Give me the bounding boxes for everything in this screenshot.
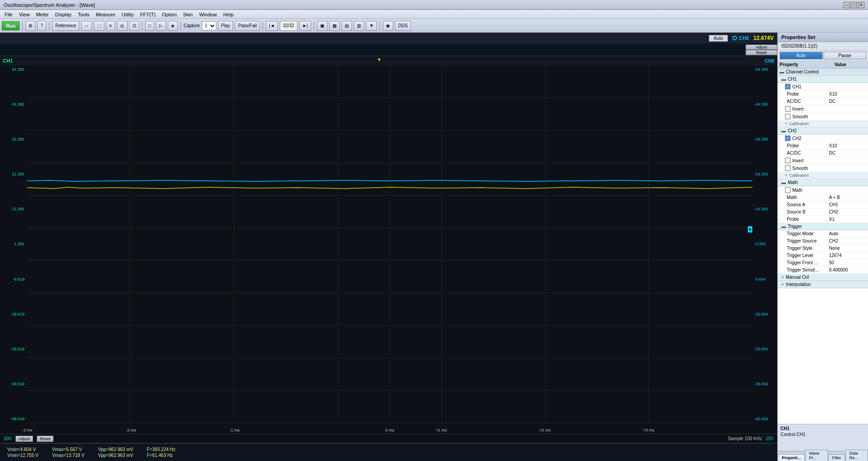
menu-window[interactable]: Window [196,11,219,18]
ch2-section[interactable]: ▬ CH2 [778,127,868,135]
math-enable-row[interactable]: Math [778,186,868,194]
time-label-1: -2 ms [126,428,136,432]
tb-icon5[interactable]: ⊡ [129,21,139,31]
trigger-front-row[interactable]: Trigger Front ... 50 [778,259,868,267]
question-button[interactable]: ? [37,21,46,31]
menu-skin[interactable]: Skin [180,11,195,18]
calibration-ch1-row[interactable]: + Calibration [778,121,868,127]
play-button[interactable]: Play [218,21,233,31]
probe-math-row[interactable]: Probe X1 [778,216,868,223]
math-row-label: Math [792,188,829,193]
invert-ch1-label: Invert [792,107,829,112]
ch2-enable-row[interactable]: ✓ CH2 [778,135,868,142]
dds-button[interactable]: DDS [395,21,411,31]
menu-fft[interactable]: FFT(T) [137,11,158,18]
property-tree[interactable]: ▬ Channel Control ▬ CH1 ✓ CH1 Probe X10 … [778,68,868,424]
next-capture-button[interactable]: ►| [299,21,312,31]
tb-icon8[interactable]: ◈ [168,21,178,31]
tb-icon1[interactable]: ↔ [81,21,92,31]
interpolation-section[interactable]: + Interpolation [778,281,868,288]
tb-icon11[interactable]: ▤ [341,21,352,31]
invert-ch1-row[interactable]: Invert [778,105,868,113]
menu-file[interactable]: File [2,11,15,18]
window-controls[interactable]: ─ □ ✕ [844,2,864,8]
trigger-level-row[interactable]: Trigger Level 12674 [778,252,868,259]
ch2-section-label: CH2 [788,128,797,133]
manual-ctrl-section[interactable]: + Manual Ctrl [778,274,868,281]
acdc-ch1-row[interactable]: AC/DC DC [778,98,868,105]
menu-measure[interactable]: Measure [93,11,118,18]
close-button[interactable]: ✕ [858,2,864,8]
waveform-display[interactable]: ▶ 51.381 41.381 31.381 21.381 11.381 1.3… [0,65,777,423]
probe-ch2-row[interactable]: Probe X10 [778,142,868,150]
pause-prop-button[interactable]: Pause [824,52,867,59]
ch1-checkbox[interactable]: ✓ [785,84,790,89]
invert-ch1-checkbox[interactable] [785,106,790,112]
auto-prop-button[interactable]: Auto [780,52,823,59]
top-status-bar: Auto CH2 12.674V [0,33,777,44]
math-section[interactable]: ▬ Math [778,179,868,186]
time-axis: -3 ms -2 ms -1 ms 0 ms +1 ms +2 ms +3 ms [27,423,752,434]
math-checkbox[interactable] [785,187,790,193]
auto-button[interactable]: Auto [709,35,728,42]
trigger-section[interactable]: ▬ Trigger [778,223,868,230]
adjust-button-bottom[interactable]: Adjust [15,436,33,442]
ch1-enable-row[interactable]: ✓ CH1 [778,83,868,91]
tb-icon6[interactable]: □ [145,21,154,31]
source-a-row[interactable]: Source A CH1 [778,201,868,209]
menu-utility[interactable]: Utility [119,11,137,18]
smooth-ch1-checkbox[interactable] [785,114,790,119]
menu-meter[interactable]: Meter [33,11,51,18]
passfail-button[interactable]: Pass/Fail [235,21,260,31]
invert-ch2-row[interactable]: Invert [778,157,868,165]
math-type-row[interactable]: Math A + B [778,194,868,201]
reset-button[interactable]: Reset [746,50,777,55]
minimize-button[interactable]: ─ [844,2,850,8]
acdc-ch2-row[interactable]: AC/DC DC [778,150,868,157]
tab-filter[interactable]: Filter [828,454,845,461]
tb-icon14[interactable]: ◉ [383,21,393,31]
tb-icon12[interactable]: ▥ [354,21,364,31]
vmin-group: Vmin=4.604 V Vmin=12.755 V [7,447,39,458]
freq2-label: F=61.463 Hz [147,453,176,458]
ch2-checkbox[interactable]: ✓ [785,136,790,141]
tb-icon7[interactable]: ▷ [156,21,166,31]
prev-capture-button[interactable]: |◄ [266,21,278,31]
menu-help[interactable]: Help [220,11,236,18]
tb-icon9[interactable]: ▣ [317,21,327,31]
trigger-style-row[interactable]: Trigger Style None [778,245,868,252]
trigger-mode-label: Trigger Mode [785,231,829,236]
tab-data-re[interactable]: Data Re... [845,450,868,461]
trigger-source-row[interactable]: Trigger Source CH2 [778,238,868,245]
adjust-button[interactable]: Adjust [746,44,777,50]
tb-icon13[interactable]: ▼ [366,21,377,31]
probe-ch1-row[interactable]: Probe X10 [778,91,868,98]
source-b-row[interactable]: Source B CH2 [778,209,868,216]
smooth-ch2-row[interactable]: Smooth [778,165,868,172]
menu-option[interactable]: Option [159,11,179,18]
channel-control-section[interactable]: ▬ Channel Control [778,68,868,76]
tb-icon4[interactable]: ◎ [117,21,127,31]
calibration-ch2-row[interactable]: + Calibration [778,172,868,179]
smooth-ch2-checkbox[interactable] [785,165,790,171]
tab-properties[interactable]: Properti... [778,454,805,461]
tb-icon3[interactable]: ≡ [106,21,115,31]
logo-button[interactable]: ⊞ [25,21,35,31]
tb-icon2[interactable]: ⬚ [94,21,104,31]
menu-view[interactable]: View [16,11,33,18]
ch1-section[interactable]: ▬ CH1 [778,76,868,83]
invert-ch2-checkbox[interactable] [785,158,790,163]
menu-tools[interactable]: Tools [75,11,93,18]
trigger-sensit-row[interactable]: Trigger Sensit... 0.400000 [778,267,868,274]
tab-wave-pr[interactable]: Wave Pr... [805,450,828,461]
trigger-mode-row[interactable]: Trigger Mode Auto [778,230,868,238]
smooth-ch1-row[interactable]: Smooth [778,113,868,121]
capture-select[interactable]: 1 [202,21,216,30]
menu-display[interactable]: Display [53,11,74,18]
reference-button[interactable]: Reference [52,21,79,31]
tb-icon10[interactable]: ▦ [329,21,340,31]
run-button[interactable]: Run [2,21,20,30]
maximize-button[interactable]: □ [851,2,857,8]
reset-button-bottom[interactable]: Reset [37,436,54,442]
y-label-6: -8.619 [1,277,26,281]
